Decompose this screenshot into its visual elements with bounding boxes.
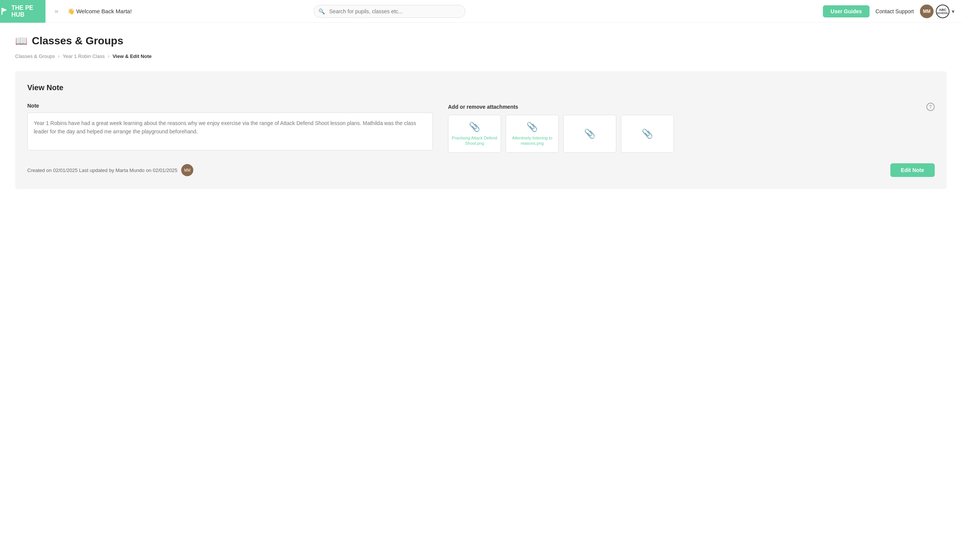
breadcrumb-item-classes[interactable]: Classes & Groups <box>15 53 55 59</box>
info-icon[interactable]: ? <box>926 103 935 111</box>
user-menu-chevron-icon: ▾ <box>952 8 954 14</box>
user-avatar: MM <box>920 5 934 18</box>
attachment-4[interactable]: 📎 <box>621 115 674 153</box>
breadcrumb-current: View & Edit Note <box>113 53 152 59</box>
search-icon: 🔍 <box>318 8 325 14</box>
note-label: Note <box>27 103 433 109</box>
attachments-header: Add or remove attachments ? <box>448 103 935 111</box>
attachment-2-name: Attentively listening to reasons.png <box>506 135 558 146</box>
logo-text: THE PE HUB <box>11 5 45 18</box>
logo-flag-icon <box>0 6 10 17</box>
note-text-box: Year 1 Robins have had a great week lear… <box>27 113 433 150</box>
page-title: Classes & Groups <box>32 35 123 47</box>
attachment-1[interactable]: 📎 Practising Attack Defend Shoot.png <box>448 115 501 153</box>
note-footer: Created on 02/01/2025 Last updated by Ma… <box>27 163 935 177</box>
main-content: 📖 Classes & Groups Classes & Groups › Ye… <box>0 23 962 201</box>
attachment-3[interactable]: 📎 <box>563 115 616 153</box>
user-guides-button[interactable]: User Guides <box>823 5 869 18</box>
logo-area[interactable]: THE PE HUB <box>0 0 45 23</box>
breadcrumb: Classes & Groups › Year 1 Robin Class › … <box>15 53 947 59</box>
search-container: 🔍 <box>314 5 465 18</box>
svg-marker-1 <box>3 8 7 12</box>
edit-note-button[interactable]: Edit Note <box>890 163 935 177</box>
page-title-icon: 📖 <box>15 35 27 47</box>
attachments-grid: 📎 Practising Attack Defend Shoot.png 📎 A… <box>448 115 935 153</box>
note-body: Note Year 1 Robins have had a great week… <box>27 103 935 153</box>
attachments-label: Add or remove attachments <box>448 104 518 110</box>
meta-avatar: MM <box>181 164 193 176</box>
attachment-1-name: Practising Attack Defend Shoot.png <box>449 135 501 146</box>
page-header: 📖 Classes & Groups <box>15 35 947 47</box>
note-created-text: Created on 02/01/2025 Last updated by Ma… <box>27 167 178 173</box>
attachment-2[interactable]: 📎 Attentively listening to reasons.png <box>506 115 559 153</box>
view-note-title: View Note <box>27 84 935 92</box>
note-section: Note Year 1 Robins have had a great week… <box>27 103 433 150</box>
search-input[interactable] <box>314 5 465 18</box>
attachment-3-icon: 📎 <box>584 129 596 139</box>
navbar-right: User Guides Contact Support MM ABC SCHOO… <box>823 5 954 18</box>
school-badge: ABC SCHOOL <box>936 5 949 18</box>
attachment-1-icon: 📎 <box>469 122 480 132</box>
note-meta: Created on 02/01/2025 Last updated by Ma… <box>27 164 193 176</box>
attachment-2-icon: 📎 <box>526 122 538 132</box>
user-menu[interactable]: MM ABC SCHOOL ▾ <box>920 5 954 18</box>
breadcrumb-sep-2: › <box>108 53 110 59</box>
contact-support-link[interactable]: Contact Support <box>876 8 914 14</box>
breadcrumb-item-class[interactable]: Year 1 Robin Class <box>63 53 105 59</box>
attachment-4-icon: 📎 <box>642 129 653 139</box>
welcome-text: 👋 Welcome Back Marta! <box>68 8 132 15</box>
attachments-section: Add or remove attachments ? 📎 Practising… <box>448 103 935 153</box>
breadcrumb-chevrons-icon: » <box>55 7 58 15</box>
svg-rect-0 <box>2 8 3 15</box>
view-note-card: View Note Note Year 1 Robins have had a … <box>15 71 947 189</box>
breadcrumb-sep-1: › <box>58 53 60 59</box>
navbar: THE PE HUB » 👋 Welcome Back Marta! 🔍 Use… <box>0 0 962 23</box>
